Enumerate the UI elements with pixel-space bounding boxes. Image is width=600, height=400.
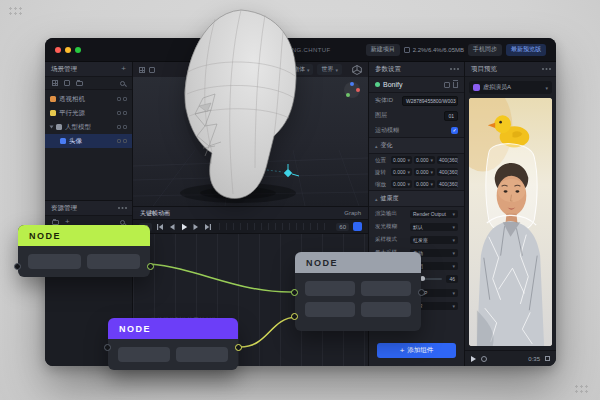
render-output-dropdown[interactable]: Render Output: [410, 210, 458, 218]
preview-version-button[interactable]: 最新预览版: [506, 44, 546, 56]
node-header[interactable]: NODE: [18, 225, 150, 246]
fullscreen-icon[interactable]: [545, 356, 550, 361]
lock-toggle[interactable]: [123, 111, 127, 115]
folder-icon[interactable]: [52, 220, 59, 225]
step-forward-icon[interactable]: [192, 223, 200, 231]
node-slot[interactable]: [118, 347, 170, 362]
actor-selector[interactable]: 虚拟演员A: [469, 81, 552, 94]
node-slot[interactable]: [361, 302, 411, 317]
node-slot[interactable]: [87, 254, 140, 269]
phone-sync-button[interactable]: 手机同步: [468, 44, 502, 56]
node-slot[interactable]: [305, 281, 355, 296]
node-slot[interactable]: [176, 347, 228, 362]
layers-icon[interactable]: [52, 80, 58, 86]
visibility-toggle[interactable]: [117, 97, 121, 101]
perspective-cube-icon[interactable]: [352, 65, 362, 75]
render-section-header[interactable]: 健康度: [369, 190, 464, 207]
node-card-purple[interactable]: NODE: [108, 318, 238, 370]
play-icon[interactable]: [471, 356, 476, 362]
add-object-icon[interactable]: +: [121, 66, 126, 72]
light-icon: [50, 110, 56, 116]
skip-end-icon[interactable]: [204, 223, 212, 231]
maximize-button[interactable]: [75, 47, 81, 53]
tree-item-light[interactable]: 平行光源: [45, 106, 132, 120]
tab-graph[interactable]: Graph: [344, 210, 361, 216]
new-project-button[interactable]: 新建项目: [366, 44, 400, 56]
input-port[interactable]: [14, 263, 21, 270]
camera-icon: [50, 96, 56, 102]
scale-x-field[interactable]: 0.000: [391, 180, 412, 188]
more-icon[interactable]: [118, 207, 120, 209]
more-icon[interactable]: [450, 68, 452, 70]
performance-stats: 2.2%/6.4%/6.05MB: [404, 47, 464, 53]
skip-start-icon[interactable]: [156, 223, 164, 231]
tree-item-head[interactable]: 头像: [45, 134, 132, 148]
play-icon[interactable]: [180, 223, 188, 231]
entity-row: Bonify: [369, 77, 464, 93]
input-port[interactable]: [291, 289, 298, 296]
transform-section-header[interactable]: 变化: [369, 137, 464, 154]
add-keyframe-button[interactable]: [353, 222, 362, 231]
chevron-down-icon: [407, 181, 410, 187]
layer-field[interactable]: 01: [444, 111, 458, 121]
node-header[interactable]: NODE: [295, 252, 421, 273]
output-port[interactable]: [147, 263, 154, 270]
sample-mode-dropdown[interactable]: 红发座: [410, 236, 458, 244]
search-icon[interactable]: [120, 81, 125, 86]
motion-blur-checkbox[interactable]: [451, 127, 458, 134]
meter-icon: [404, 47, 410, 53]
scale-y-field[interactable]: 0.000: [414, 180, 435, 188]
rotation-x-field[interactable]: 0.000: [391, 168, 412, 176]
node-card-gray[interactable]: NODE: [295, 252, 421, 331]
output-port[interactable]: [418, 289, 425, 296]
expand-caret-icon[interactable]: [50, 126, 54, 129]
node-slot[interactable]: [361, 281, 411, 296]
lock-toggle[interactable]: [123, 139, 127, 143]
frame-end-field[interactable]: 60: [336, 223, 349, 231]
output-port[interactable]: [235, 344, 242, 351]
more-icon[interactable]: [542, 68, 544, 70]
input-port[interactable]: [291, 313, 298, 320]
step-back-icon[interactable]: [168, 223, 176, 231]
node-header[interactable]: NODE: [108, 318, 238, 339]
chevron-down-icon: [430, 157, 433, 163]
visibility-toggle[interactable]: [117, 125, 121, 129]
visibility-toggle[interactable]: [117, 139, 121, 143]
node-slot[interactable]: [305, 302, 355, 317]
loop-icon[interactable]: [481, 356, 487, 362]
magnet-area-value[interactable]: 46: [446, 275, 458, 283]
search-icon[interactable]: [120, 220, 125, 225]
minimize-button[interactable]: [65, 47, 71, 53]
chevron-down-icon: [452, 290, 455, 296]
scale-z-field[interactable]: 400(360): [437, 180, 458, 188]
entity-id-field[interactable]: W28789455800/W003: [402, 96, 458, 106]
tree-item-model[interactable]: 人型模型: [45, 120, 132, 134]
tree-item-camera[interactable]: 透视相机: [45, 92, 132, 106]
group-icon[interactable]: [76, 81, 83, 86]
duplicate-icon[interactable]: [444, 82, 450, 88]
visibility-toggle[interactable]: [117, 111, 121, 115]
lock-toggle[interactable]: [123, 97, 127, 101]
trash-icon[interactable]: [453, 82, 458, 88]
position-x-field[interactable]: 0.000: [391, 156, 412, 164]
lock-toggle[interactable]: [123, 125, 127, 129]
frame-ruler[interactable]: [219, 223, 330, 230]
rotation-y-field[interactable]: 0.000: [414, 168, 435, 176]
input-port[interactable]: [104, 344, 111, 351]
orbit-gizmo-icon[interactable]: [344, 82, 360, 98]
chevron-down-icon: [407, 169, 410, 175]
rotation-z-field[interactable]: 400(360): [437, 168, 458, 176]
chevron-down-icon: [452, 211, 455, 217]
scene-panel-header: 场景管理 +: [45, 62, 132, 77]
add-component-button[interactable]: 添加组件: [377, 343, 456, 358]
node-card-green[interactable]: NODE: [18, 225, 150, 277]
close-button[interactable]: [55, 47, 61, 53]
node-slot[interactable]: [28, 254, 81, 269]
tab-keyframe-animation[interactable]: 关键帧动画: [140, 209, 170, 218]
position-y-field[interactable]: 0.000: [414, 156, 435, 164]
head-model-render[interactable]: [145, 6, 325, 208]
position-z-field[interactable]: 400(360): [437, 156, 458, 164]
chevron-down-icon: [452, 224, 455, 230]
filter-icon[interactable]: [64, 80, 70, 86]
glow-blur-dropdown[interactable]: 默认: [410, 223, 458, 231]
